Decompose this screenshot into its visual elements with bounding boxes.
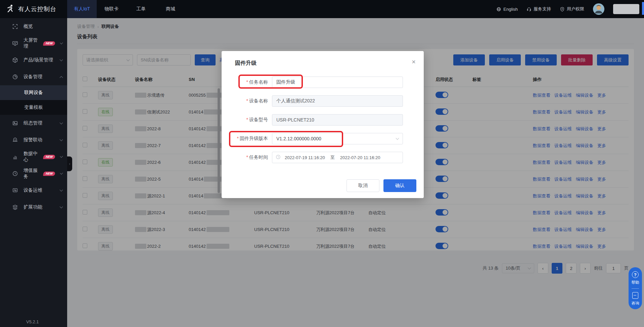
confirm-button[interactable]: 确认 xyxy=(383,179,416,192)
chevron-up-icon xyxy=(60,76,63,79)
form-row-device-name: *设备名称个人通信测试2022 xyxy=(222,95,424,107)
usr-person-icon xyxy=(6,4,15,14)
range-end: 2022-07-20 11:16:20 xyxy=(340,155,380,160)
clock-icon xyxy=(276,154,285,160)
sidebar-item-networked-devices[interactable]: 联网设备 xyxy=(0,85,67,100)
form-row-firmware-version: *固件升级版本V1.2.12.000000.0000 xyxy=(222,133,424,144)
globe-icon xyxy=(496,7,501,12)
sidebar-item-value-added-service[interactable]: 增值服务 NEW xyxy=(0,165,67,182)
close-icon[interactable]: × xyxy=(412,58,416,65)
floating-help-panel: ? 帮助 咨询 xyxy=(629,267,642,309)
sidebar-item-scada-mgmt[interactable]: 组态管理 xyxy=(0,115,67,132)
ops-icon xyxy=(12,187,18,193)
chevron-down-icon xyxy=(60,172,63,175)
sidebar-item-device-ops[interactable]: 设备运维 xyxy=(0,182,67,199)
shield-icon xyxy=(560,7,565,12)
dialog-title: 固件升级 xyxy=(235,60,257,67)
cube-icon xyxy=(12,57,18,63)
task-name-input[interactable]: 固件升级 xyxy=(272,77,403,88)
top-nav-tabs: 有人IoT物联卡工单商城 xyxy=(67,0,185,18)
task-time-range-picker[interactable]: 2022-07-19 11:16:20 至 2022-07-20 11:16:2… xyxy=(272,152,403,163)
headset-icon xyxy=(526,7,532,12)
overview-icon xyxy=(12,24,18,30)
scrollbar-thumb[interactable] xyxy=(642,2,644,15)
sidebar-item-data-center[interactable]: 数据中心 NEW xyxy=(0,148,67,165)
screen-icon xyxy=(12,40,18,46)
sidebar-item-device-mgmt[interactable]: 设备管理 xyxy=(0,68,67,85)
chevron-down-icon xyxy=(60,155,63,158)
chevron-down-icon xyxy=(60,138,63,141)
new-badge: NEW xyxy=(43,172,55,176)
bell-icon xyxy=(12,137,18,143)
new-badge: NEW xyxy=(43,155,55,159)
form-row-task-name: *任务名称固件升级 xyxy=(222,77,424,88)
app-logo: 有人云控制台 xyxy=(0,0,67,18)
required-asterisk: * xyxy=(246,79,248,85)
required-asterisk: * xyxy=(246,98,248,103)
tab-usr-iot[interactable]: 有人IoT xyxy=(67,0,97,18)
device-model-input: USR-PLCNET210 xyxy=(272,114,403,126)
new-badge: NEW xyxy=(43,41,55,46)
pie-icon xyxy=(12,74,18,80)
sidebar: 概览 大屏管理 NEW 产品/场景管理 设备管理 联网设备变量模板 组态管理 报… xyxy=(0,18,67,327)
sidebar-item-overview[interactable]: 概览 xyxy=(0,18,67,35)
help-label[interactable]: 帮助 xyxy=(632,280,639,285)
firmware-version-select[interactable]: V1.2.12.000000.0000 xyxy=(272,133,403,144)
chevron-down-icon xyxy=(60,121,63,125)
required-asterisk: * xyxy=(246,154,248,160)
cancel-button[interactable]: 取消 xyxy=(347,179,379,192)
chevron-down-icon xyxy=(60,205,63,208)
chevron-down-icon xyxy=(60,58,63,61)
range-separator: 至 xyxy=(330,154,335,160)
layers-icon xyxy=(12,204,18,210)
topbar: 有人云控制台 有人IoT物联卡工单商城 English 服务支持 用户权限 xyxy=(0,0,644,18)
sidebar-item-extended-functions[interactable]: 扩展功能 xyxy=(0,199,67,216)
chevron-down-icon xyxy=(60,188,63,192)
help-icon[interactable]: ? xyxy=(632,271,639,278)
consult-doc-icon[interactable] xyxy=(632,292,638,299)
redacted-username xyxy=(613,4,639,14)
form-row-device-model: *设备型号USR-PLCNET210 xyxy=(222,114,424,126)
image-icon xyxy=(12,120,18,126)
language-switch[interactable]: English xyxy=(496,7,518,12)
user-avatar[interactable] xyxy=(593,3,604,15)
chevron-down-icon xyxy=(396,137,399,140)
chevron-down-icon xyxy=(60,41,63,44)
range-start: 2022-07-19 11:16:20 xyxy=(285,155,325,160)
device-name-input: 个人通信测试2022 xyxy=(272,95,403,107)
sidebar-item-product-scene-mgmt[interactable]: 产品/场景管理 xyxy=(0,52,67,68)
sidebar-item-screen-mgmt[interactable]: 大屏管理 NEW xyxy=(0,35,67,52)
divider xyxy=(632,288,639,289)
required-asterisk: * xyxy=(237,136,239,141)
sidebar-item-alarm-linkage[interactable]: 报警联动 xyxy=(0,132,67,148)
service-support[interactable]: 服务支持 xyxy=(526,6,551,12)
consult-label[interactable]: 咨询 xyxy=(632,301,639,306)
tab-work-order[interactable]: 工单 xyxy=(126,0,156,18)
sidebar-item-variable-template[interactable]: 变量模板 xyxy=(0,100,67,115)
clock-circle-icon xyxy=(12,171,18,177)
tab-iot-card[interactable]: 物联卡 xyxy=(97,0,126,18)
app-version: V5.2.1 xyxy=(26,319,39,324)
required-asterisk: * xyxy=(246,117,248,122)
user-permission[interactable]: 用户权限 xyxy=(560,6,584,12)
logo-text: 有人云控制台 xyxy=(18,5,56,13)
form-row-task-time: *任务时间 2022-07-19 11:16:20 至 2022-07-20 1… xyxy=(222,152,424,163)
bars-icon xyxy=(12,154,18,160)
tab-mall[interactable]: 商城 xyxy=(156,0,185,18)
firmware-upgrade-dialog: 固件升级 × *任务名称固件升级 *设备名称个人通信测试2022 *设备型号US… xyxy=(222,51,424,198)
